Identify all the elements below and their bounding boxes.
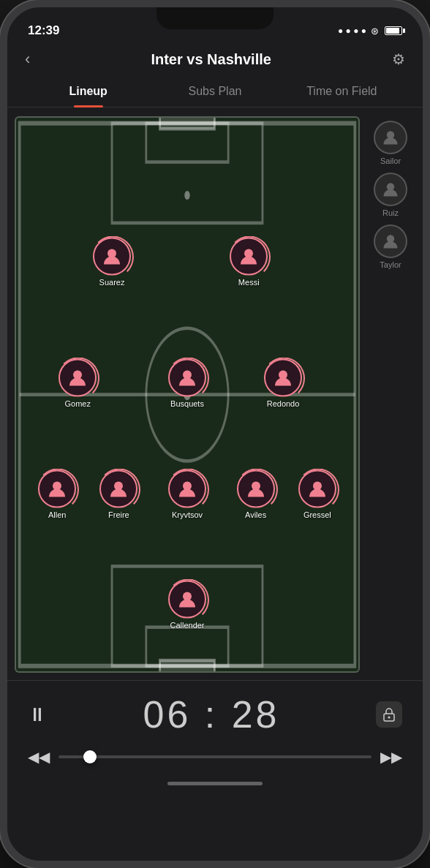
main-content: Suarez Messi Gomez Busquets Redondo Alle… bbox=[7, 107, 423, 673]
player-name-messi: Messi bbox=[238, 277, 260, 286]
sub-player-ruiz[interactable]: Ruiz bbox=[366, 173, 415, 217]
player-messi[interactable]: Messi bbox=[230, 237, 268, 286]
lock-button[interactable] bbox=[376, 701, 402, 728]
player-allen[interactable]: Allen bbox=[38, 469, 76, 518]
svg-point-10 bbox=[184, 191, 189, 200]
wifi-icon: ⊛ bbox=[371, 26, 379, 37]
tab-time-on-field[interactable]: Time on Field bbox=[279, 78, 405, 107]
sub-name-sailor: Sailor bbox=[380, 156, 401, 165]
svg-point-19 bbox=[183, 481, 192, 490]
timer-display: 06 : 28 bbox=[143, 692, 279, 736]
battery-icon bbox=[385, 26, 402, 35]
lock-icon bbox=[382, 707, 396, 722]
svg-point-18 bbox=[114, 481, 123, 490]
signal-icon: ● ● ● ● bbox=[338, 26, 366, 36]
player-name-kryvtsov: Kryvtsov bbox=[172, 510, 203, 518]
player-name-suarez: Suarez bbox=[99, 277, 125, 286]
timer-row: ⏸ 06 : 28 bbox=[28, 692, 402, 736]
header: ‹ Inter vs Nashville ⚙ bbox=[7, 44, 423, 78]
player-name-aviles: Aviles bbox=[245, 510, 266, 518]
player-gressel[interactable]: Gressel bbox=[298, 469, 336, 518]
pause-button[interactable]: ⏸ bbox=[28, 703, 47, 726]
field-container: Suarez Messi Gomez Busquets Redondo Alle… bbox=[15, 116, 360, 673]
tab-bar: Lineup Subs Plan Time on Field bbox=[7, 78, 423, 107]
bottom-controls: ⏸ 06 : 28 ◀◀ ▶▶ bbox=[7, 680, 423, 771]
phone-frame: 12:39 ● ● ● ● ⊛ ‹ Inter vs Nashville ⚙ L… bbox=[0, 0, 430, 868]
svg-point-21 bbox=[313, 481, 322, 490]
player-name-gomez: Gomez bbox=[65, 399, 91, 408]
rewind-button[interactable]: ◀◀ bbox=[28, 748, 50, 766]
player-callender[interactable]: Callender bbox=[168, 581, 206, 630]
substitutes-sidebar: Sailor Ruiz Taylor bbox=[366, 116, 415, 673]
player-redondo[interactable]: Redondo bbox=[264, 359, 302, 408]
svg-point-16 bbox=[279, 371, 287, 380]
sub-name-taylor: Taylor bbox=[380, 260, 401, 269]
sub-name-ruiz: Ruiz bbox=[382, 208, 399, 217]
home-indicator bbox=[167, 782, 263, 785]
svg-point-22 bbox=[183, 592, 192, 601]
page-title: Inter vs Nashville bbox=[151, 51, 271, 68]
status-bar: 12:39 ● ● ● ● ⊛ bbox=[7, 7, 423, 44]
svg-point-15 bbox=[183, 371, 192, 380]
svg-point-12 bbox=[108, 249, 116, 257]
svg-point-20 bbox=[252, 481, 260, 490]
player-suarez[interactable]: Suarez bbox=[93, 237, 131, 286]
svg-rect-6 bbox=[160, 118, 215, 129]
scrubber-thumb[interactable] bbox=[83, 750, 97, 763]
player-freire[interactable]: Freire bbox=[99, 469, 137, 518]
scrubber-row: ◀◀ ▶▶ bbox=[28, 748, 402, 766]
player-name-redondo: Redondo bbox=[267, 399, 300, 408]
tab-subs-plan[interactable]: Subs Plan bbox=[151, 78, 278, 107]
player-name-callender: Callender bbox=[170, 621, 204, 630]
svg-rect-9 bbox=[160, 660, 215, 671]
scrubber-track[interactable] bbox=[59, 755, 371, 758]
player-name-gressel: Gressel bbox=[303, 510, 331, 518]
player-name-allen: Allen bbox=[48, 510, 66, 518]
player-kryvtsov[interactable]: Kryvtsov bbox=[168, 469, 206, 518]
svg-point-14 bbox=[73, 371, 82, 380]
svg-point-27 bbox=[388, 717, 391, 719]
svg-point-13 bbox=[244, 249, 253, 257]
soccer-field: Suarez Messi Gomez Busquets Redondo Alle… bbox=[15, 116, 360, 673]
status-icons: ● ● ● ● ⊛ bbox=[338, 26, 402, 37]
player-name-busquets: Busquets bbox=[170, 399, 204, 408]
back-button[interactable]: ‹ bbox=[25, 50, 30, 69]
svg-point-17 bbox=[53, 481, 61, 490]
sub-player-sailor[interactable]: Sailor bbox=[366, 121, 415, 165]
forward-button[interactable]: ▶▶ bbox=[380, 748, 402, 766]
player-name-freire: Freire bbox=[108, 510, 129, 518]
settings-button[interactable]: ⚙ bbox=[392, 50, 405, 68]
status-time: 12:39 bbox=[28, 23, 59, 38]
sub-player-taylor[interactable]: Taylor bbox=[366, 224, 415, 269]
player-busquets[interactable]: Busquets bbox=[168, 359, 206, 408]
player-aviles[interactable]: Aviles bbox=[237, 469, 275, 518]
svg-rect-4 bbox=[112, 124, 263, 223]
tab-lineup[interactable]: Lineup bbox=[25, 78, 151, 107]
player-gomez[interactable]: Gomez bbox=[59, 359, 97, 408]
